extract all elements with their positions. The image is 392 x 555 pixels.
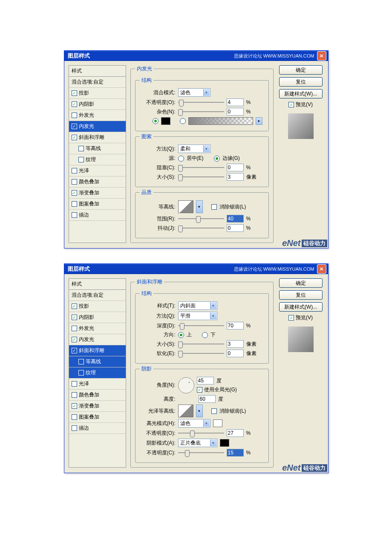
color-swatch[interactable]: [161, 117, 170, 125]
size-input[interactable]: [227, 340, 244, 348]
style-checkbox[interactable]: ✓: [72, 190, 77, 196]
altitude-input[interactable]: [199, 395, 216, 403]
noise-slider[interactable]: [178, 108, 224, 115]
direction-up-radio[interactable]: [178, 332, 184, 338]
chevron-down-icon[interactable]: ▾: [256, 117, 262, 125]
size-slider[interactable]: [178, 341, 224, 347]
style-checkbox[interactable]: [72, 201, 77, 207]
color-radio[interactable]: [153, 118, 159, 124]
preview-checkbox-row[interactable]: ✓ 预览(V): [288, 101, 313, 108]
gradient-bar[interactable]: [188, 117, 253, 125]
range-slider[interactable]: [178, 215, 224, 222]
close-icon[interactable]: ✕: [317, 264, 326, 274]
depth-input[interactable]: [227, 322, 244, 330]
close-icon[interactable]: ✕: [317, 51, 326, 61]
style-checkbox[interactable]: [78, 157, 84, 162]
global-light-checkbox[interactable]: ✓: [197, 387, 202, 393]
chevron-down-icon[interactable]: ▾: [196, 405, 203, 417]
style-checkbox[interactable]: [78, 146, 84, 151]
jitter-input[interactable]: [227, 224, 244, 232]
style-checkbox[interactable]: [72, 326, 77, 331]
style-item[interactable]: ✓渐变叠加: [69, 401, 126, 412]
method-dropdown[interactable]: 平滑▾: [178, 312, 217, 320]
antialias-checkbox[interactable]: [211, 204, 217, 210]
style-item[interactable]: ✓投影: [69, 301, 126, 312]
style-checkbox[interactable]: ✓: [72, 90, 77, 96]
style-item[interactable]: 颜色叠加: [69, 390, 126, 401]
preview-checkbox[interactable]: ✓: [288, 102, 294, 107]
cancel-button[interactable]: 复位: [279, 77, 323, 87]
style-item[interactable]: ✓斜面和浮雕: [69, 345, 126, 356]
style-item[interactable]: ✓内发光: [69, 121, 126, 132]
style-checkbox[interactable]: ✓: [72, 124, 77, 129]
soften-input[interactable]: [227, 350, 244, 357]
style-checkbox[interactable]: ✓: [72, 101, 77, 107]
style-checkbox[interactable]: ✓: [72, 348, 77, 353]
blend-options-item[interactable]: 混合选项:自定: [69, 290, 126, 301]
style-checkbox[interactable]: [78, 359, 84, 364]
style-item[interactable]: 颜色叠加: [69, 176, 126, 188]
style-checkbox[interactable]: [72, 381, 77, 387]
choke-input[interactable]: [227, 164, 244, 171]
angle-input[interactable]: [197, 377, 214, 384]
highlight-color-swatch[interactable]: [213, 419, 222, 427]
depth-slider[interactable]: [178, 322, 224, 329]
chevron-down-icon[interactable]: ▾: [196, 200, 203, 213]
style-item[interactable]: ✓内阴影: [69, 99, 126, 110]
range-input[interactable]: [227, 215, 244, 223]
opacity-input[interactable]: [227, 98, 244, 106]
style-item[interactable]: 纹理: [69, 367, 126, 379]
style-item[interactable]: 纹理: [69, 154, 126, 165]
style-item[interactable]: ✓斜面和浮雕: [69, 132, 126, 143]
titlebar[interactable]: 图层样式 思缘设计论坛 WWW.MISSYUAN.COM ✕: [64, 51, 328, 61]
source-center-radio[interactable]: [178, 156, 184, 162]
shadow-opacity-input[interactable]: [227, 449, 244, 457]
method-dropdown[interactable]: 柔和▾: [178, 145, 210, 153]
styles-header[interactable]: 样式: [69, 66, 126, 77]
gradient-radio[interactable]: [180, 118, 186, 124]
ok-button[interactable]: 确定: [279, 278, 323, 288]
style-item[interactable]: 外发光: [69, 323, 126, 334]
new-style-button[interactable]: 新建样式(W)...: [279, 302, 323, 312]
style-checkbox[interactable]: ✓: [72, 403, 77, 409]
style-item[interactable]: 等高线: [69, 143, 126, 154]
style-checkbox[interactable]: [72, 425, 77, 431]
style-item[interactable]: 描边: [69, 210, 126, 221]
blend-mode-dropdown[interactable]: 滤色▾: [178, 88, 210, 97]
style-item[interactable]: 外发光: [69, 110, 126, 121]
style-checkbox[interactable]: ✓: [72, 337, 77, 342]
cancel-button[interactable]: 复位: [279, 290, 323, 300]
style-checkbox[interactable]: ✓: [72, 304, 77, 309]
size-input[interactable]: [227, 173, 244, 181]
style-checkbox[interactable]: [72, 414, 77, 420]
style-item[interactable]: 描边: [69, 423, 126, 434]
soften-slider[interactable]: [178, 350, 224, 357]
style-checkbox[interactable]: [72, 168, 77, 173]
style-item[interactable]: 光泽: [69, 165, 126, 176]
size-slider[interactable]: [178, 173, 224, 180]
new-style-button[interactable]: 新建样式(W)...: [279, 89, 323, 98]
opacity-slider[interactable]: [178, 99, 224, 106]
highlight-mode-dropdown[interactable]: 滤色▾: [178, 419, 210, 428]
style-item[interactable]: ✓内发光: [69, 334, 126, 345]
highlight-opacity-slider[interactable]: [178, 430, 224, 436]
style-checkbox[interactable]: [72, 392, 77, 398]
direction-down-radio[interactable]: [202, 332, 208, 338]
style-item[interactable]: 光泽: [69, 379, 126, 390]
style-item[interactable]: 图案叠加: [69, 412, 126, 423]
style-checkbox[interactable]: [72, 212, 77, 218]
style-dropdown[interactable]: 内斜面▾: [178, 301, 217, 310]
style-item[interactable]: 图案叠加: [69, 199, 126, 210]
choke-slider[interactable]: [178, 164, 224, 171]
jitter-slider[interactable]: [178, 225, 224, 231]
style-checkbox[interactable]: [72, 113, 77, 118]
shadow-mode-dropdown[interactable]: 正片叠底▾: [178, 439, 217, 447]
titlebar[interactable]: 图层样式 思缘设计论坛 WWW.MISSYUAN.COM ✕: [64, 264, 328, 274]
highlight-opacity-input[interactable]: [227, 429, 244, 437]
shadow-opacity-slider[interactable]: [178, 449, 224, 456]
styles-header[interactable]: 样式: [69, 279, 126, 290]
noise-input[interactable]: [227, 108, 244, 116]
preview-checkbox[interactable]: ✓: [288, 315, 294, 321]
gloss-contour-picker[interactable]: [178, 405, 193, 417]
blend-options-item[interactable]: 混合选项:自定: [69, 77, 126, 88]
